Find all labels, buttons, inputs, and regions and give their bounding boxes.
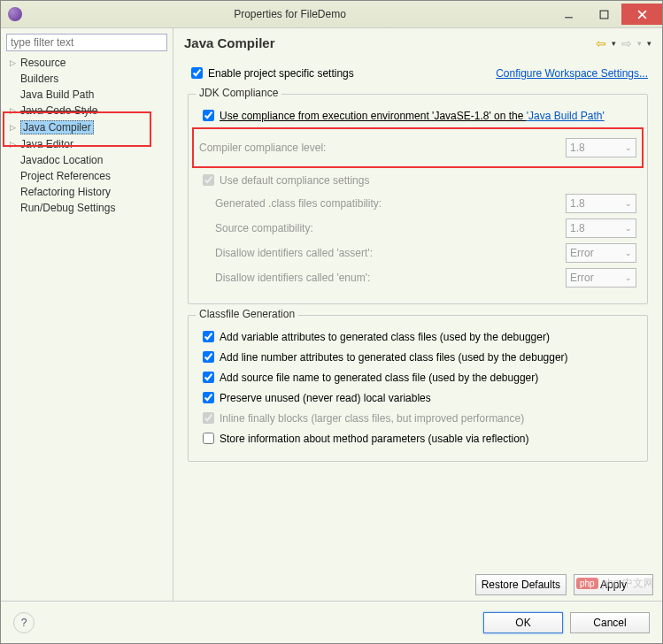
nav-tree: ▷Resource Builders Java Build Path ▷Java… [6,55,167,216]
page-header: Java Compiler ⇦▾ ⇨▾ ▾ [173,28,662,58]
view-menu-icon[interactable]: ▾ [647,39,651,48]
use-default-compliance-checkbox: Use default compliance settings [199,172,636,188]
sidebar-item-java-build-path[interactable]: Java Build Path [6,87,167,103]
cf-preserve-checkbox[interactable]: Preserve unused (never read) local varia… [199,389,636,406]
disallow-enum-label: Disallow identifiers called 'enum': [215,272,566,284]
sidebar-item-resource[interactable]: ▷Resource [6,55,167,71]
source-compat-select: 1.8⌄ [566,218,636,238]
close-button[interactable] [621,4,662,25]
gen-class-compat-label: Generated .class files compatibility: [215,197,566,210]
cf-inline-checkbox: Inline finally blocks (larger class file… [199,410,636,426]
cf-src-name-checkbox[interactable]: Add source file name to generated class … [199,369,636,386]
window-title: Properties for FileDemo [29,8,551,20]
sidebar-item-refactoring-history[interactable]: Refactoring History [6,184,167,200]
jdk-compliance-title: JDK Compliance [196,87,281,99]
svg-rect-1 [600,11,608,19]
eclipse-icon [8,7,22,21]
classfile-generation-group: Classfile Generation Add variable attrib… [188,315,648,462]
gen-class-compat-select: 1.8⌄ [566,194,636,213]
java-build-path-link[interactable]: 'Java Build Path' [527,110,605,122]
sidebar-item-javadoc-location[interactable]: Javadoc Location [6,152,167,168]
source-compat-label: Source compatibility: [215,222,566,234]
forward-arrow-icon[interactable]: ⇨ [621,36,632,50]
sidebar-item-run-debug[interactable]: Run/Debug Settings [6,200,167,216]
sidebar-item-builders[interactable]: Builders [6,71,167,87]
title-bar: Properties for FileDemo [1,1,662,27]
configure-workspace-link[interactable]: Configure Workspace Settings... [496,67,648,80]
apply-button[interactable]: Apply [574,574,653,595]
use-compliance-env-checkbox[interactable]: Use compliance from execution environmen… [199,107,636,124]
cf-store-checkbox[interactable]: Store information about method parameter… [199,430,636,447]
compiler-level-label: Compiler compliance level: [199,142,566,154]
sidebar-item-java-compiler[interactable]: ▷Java Compiler [6,119,167,136]
enable-project-specific-label: Enable project specific settings [208,67,354,80]
dialog-footer: ? OK Cancel [1,601,662,643]
classfile-generation-title: Classfile Generation [196,308,298,320]
sidebar-item-java-editor[interactable]: ▷Java Editor [6,136,167,152]
help-icon[interactable]: ? [13,612,35,633]
disallow-enum-select: Error⌄ [566,268,636,288]
restore-defaults-button[interactable]: Restore Defaults [475,574,567,595]
back-menu-icon[interactable]: ▾ [612,39,616,48]
disallow-assert-label: Disallow identifiers called 'assert': [215,247,566,259]
use-compliance-env-label: Use compliance from execution environmen… [220,110,605,122]
cancel-button[interactable]: Cancel [570,612,650,633]
cf-line-no-checkbox[interactable]: Add line number attributes to generated … [199,349,636,365]
filter-input[interactable] [6,34,167,51]
minimize-button[interactable] [551,4,586,25]
compiler-level-select: 1.8⌄ [566,138,636,157]
sidebar-item-java-code-style[interactable]: ▷Java Code Style [6,103,167,119]
ok-button[interactable]: OK [483,612,563,633]
disallow-assert-select: Error⌄ [566,243,636,263]
use-default-compliance-label: Use default compliance settings [220,174,369,187]
jdk-compliance-group: JDK Compliance Use compliance from execu… [188,94,648,304]
enable-project-specific-checkbox[interactable]: Enable project specific settings [188,65,354,81]
highlight-annotation: Compiler compliance level: 1.8⌄ [192,127,644,168]
back-arrow-icon[interactable]: ⇦ [596,36,606,50]
cf-var-attr-checkbox[interactable]: Add variable attributes to generated cla… [199,328,636,345]
page-title: Java Compiler [184,35,596,50]
sidebar-item-project-references[interactable]: Project References [6,168,167,184]
forward-menu-icon[interactable]: ▾ [637,39,642,48]
sidebar: ▷Resource Builders Java Build Path ▷Java… [1,28,173,601]
maximize-button[interactable] [586,4,621,25]
